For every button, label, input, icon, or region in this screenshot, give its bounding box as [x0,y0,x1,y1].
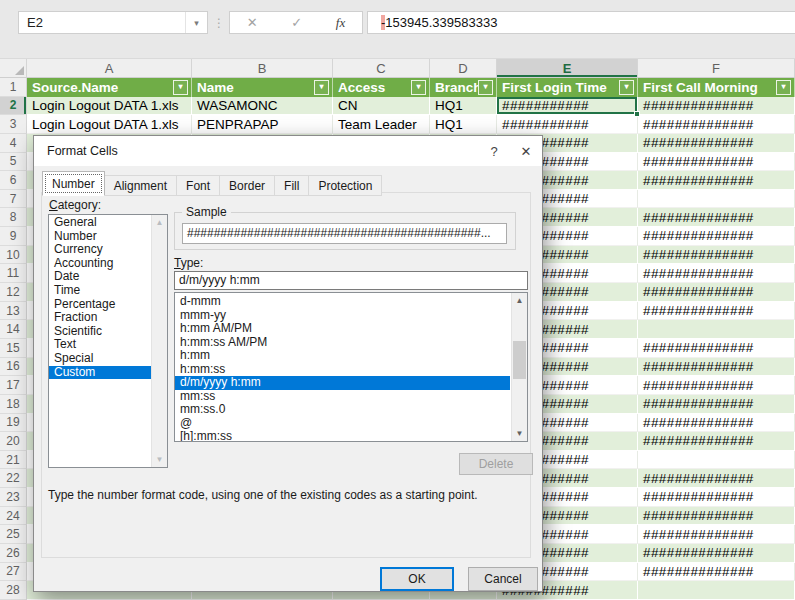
insert-function-icon[interactable]: fx [336,15,345,31]
cell-F3[interactable]: ############## [638,115,795,134]
row-number-9[interactable]: 9 [0,227,27,246]
cell-F12[interactable]: ############## [638,283,795,302]
type-option[interactable]: [h]:mm:ss [175,430,510,442]
type-option[interactable]: h:mm [175,349,510,363]
tab-number[interactable]: Number [42,171,105,196]
type-listbox[interactable]: d-mmmmmm-yyh:mm AM/PMh:mm:ss AM/PMh:mmh:… [174,292,528,442]
category-item-date[interactable]: Date [49,270,151,284]
filter-dropdown-icon[interactable]: ▾ [776,80,791,95]
category-item-special[interactable]: Special [49,352,151,366]
tab-font[interactable]: Font [176,175,220,196]
row-number-24[interactable]: 24 [0,507,27,526]
tab-protection[interactable]: Protection [308,175,382,196]
cell-F26[interactable]: ############## [638,544,795,563]
table-column-header[interactable]: Access▾ [333,78,430,97]
scroll-up-icon[interactable]: ▲ [512,293,527,308]
scroll-up-icon[interactable]: ▲ [152,215,167,230]
category-scrollbar[interactable]: ▲ ▼ [151,215,167,467]
category-item-fraction[interactable]: Fraction [49,311,151,325]
row-number-12[interactable]: 12 [0,283,27,302]
scroll-down-icon[interactable]: ▼ [512,426,527,441]
column-header-E[interactable]: E [497,59,638,78]
fill-handle[interactable] [634,111,640,117]
row-number-18[interactable]: 18 [0,395,27,414]
row-number-10[interactable]: 10 [0,246,27,265]
name-box[interactable]: E2 ▾ [18,11,208,34]
table-column-header[interactable]: First Call Morning▾ [638,78,795,97]
formula-input[interactable]: -153945.339583333 [367,11,795,34]
cell-B2[interactable]: WASAMONC [192,97,333,116]
cell-F2[interactable]: ############## [638,97,795,116]
row-number-13[interactable]: 13 [0,302,27,321]
cell-F22[interactable]: ############## [638,469,795,488]
cell-F19[interactable]: ############## [638,414,795,433]
table-column-header[interactable]: Branch▾ [430,78,497,97]
type-option[interactable]: mmm-yy [175,309,510,323]
type-option[interactable]: h:mm:ss AM/PM [175,336,510,350]
category-item-custom[interactable]: Custom [49,366,151,380]
category-item-scientific[interactable]: Scientific [49,325,151,339]
type-option[interactable]: @ [175,417,510,431]
tab-alignment[interactable]: Alignment [104,175,177,196]
cell-D2[interactable]: HQ1 [430,97,497,116]
row-number-6[interactable]: 6 [0,171,27,190]
cell-F23[interactable]: ############## [638,488,795,507]
row-number-1[interactable]: 1 [0,78,27,97]
row-number-11[interactable]: 11 [0,264,27,283]
filter-dropdown-icon[interactable]: ▾ [411,80,426,95]
cell-F24[interactable]: ############## [638,507,795,526]
cell-F4[interactable]: ############## [638,134,795,153]
dialog-help-button[interactable]: ? [478,136,510,166]
cell-A3[interactable]: Login Logout DATA 1.xls [27,115,192,134]
select-all-corner[interactable] [0,59,27,78]
cell-F25[interactable]: ############## [638,525,795,544]
cell-F20[interactable]: ############## [638,432,795,451]
cell-C2[interactable]: CN [333,97,430,116]
cell-E3[interactable]: ########### [497,115,638,134]
type-option[interactable]: mm:ss.0 [175,403,510,417]
column-header-F[interactable]: F [638,59,795,78]
row-number-17[interactable]: 17 [0,376,27,395]
category-item-text[interactable]: Text [49,338,151,352]
tab-fill[interactable]: Fill [274,175,309,196]
cell-D3[interactable]: HQ1 [430,115,497,134]
category-item-number[interactable]: Number [49,230,151,244]
column-header-B[interactable]: B [192,59,333,78]
row-number-22[interactable]: 22 [0,469,27,488]
delete-button[interactable]: Delete [459,453,533,475]
category-item-time[interactable]: Time [49,284,151,298]
scroll-down-icon[interactable]: ▼ [152,452,167,467]
column-header-A[interactable]: A [27,59,192,78]
confirm-entry-icon[interactable]: ✓ [291,15,302,30]
cell-F9[interactable]: ############## [638,227,795,246]
row-number-20[interactable]: 20 [0,432,27,451]
row-number-27[interactable]: 27 [0,563,27,582]
type-option[interactable]: d/m/yyyy h:mm [175,376,510,390]
tab-border[interactable]: Border [219,175,275,196]
category-listbox[interactable]: GeneralNumberCurrencyAccountingDateTimeP… [48,214,168,468]
type-input[interactable]: d/m/yyyy h:mm [174,271,528,290]
cell-E2[interactable]: ########### [497,97,638,116]
cell-F10[interactable]: ############## [638,246,795,265]
column-header-C[interactable]: C [333,59,430,78]
row-number-3[interactable]: 3 [0,115,27,134]
cancel-button[interactable]: Cancel [468,567,538,591]
table-column-header[interactable]: Source.Name▾ [27,78,192,97]
row-number-21[interactable]: 21 [0,451,27,470]
dialog-close-icon[interactable]: ✕ [510,136,542,166]
cell-F14[interactable] [638,320,795,339]
cell-F5[interactable]: ############## [638,153,795,172]
cell-A2[interactable]: Login Logout DATA 1.xls [27,97,192,116]
filter-dropdown-icon[interactable]: ▾ [173,80,188,95]
cell-F6[interactable]: ############## [638,171,795,190]
row-number-23[interactable]: 23 [0,488,27,507]
category-item-currency[interactable]: Currency [49,243,151,257]
cell-F15[interactable]: ############## [638,339,795,358]
row-number-4[interactable]: 4 [0,134,27,153]
scrollbar-thumb[interactable] [513,341,526,379]
type-option[interactable]: h:mm AM/PM [175,322,510,336]
dialog-titlebar[interactable]: Format Cells ? ✕ [34,136,542,166]
row-number-16[interactable]: 16 [0,358,27,377]
filter-dropdown-icon[interactable]: ▾ [478,80,493,95]
row-number-8[interactable]: 8 [0,208,27,227]
